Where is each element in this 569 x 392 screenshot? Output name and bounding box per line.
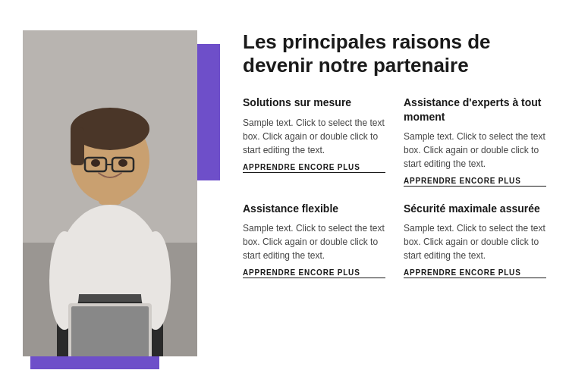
feature-title-securite: Sécurité maximale assurée: [404, 202, 546, 215]
feature-assistance-experts: Assistance d'experts à tout moment Sampl…: [404, 96, 546, 186]
right-section: Les principales raisons de devenir notre…: [243, 23, 546, 369]
feature-text-assistance-experts: Sample text. Click to select the text bo…: [404, 130, 546, 171]
page-wrapper: Les principales raisons de devenir notre…: [0, 0, 569, 392]
left-section: [15, 23, 220, 369]
person-photo: [23, 30, 197, 356]
feature-title-flexible: Assistance flexible: [243, 202, 385, 215]
svg-point-10: [91, 159, 100, 167]
main-title: Les principales raisons de devenir notre…: [243, 30, 546, 77]
feature-solutions: Solutions sur mesure Sample text. Click …: [243, 96, 385, 186]
learn-more-solutions[interactable]: APPRENDRE ENCORE PLUS: [243, 163, 385, 173]
feature-text-solutions: Sample text. Click to select the text bo…: [243, 116, 385, 157]
feature-text-flexible: Sample text. Click to select the text bo…: [243, 221, 385, 262]
feature-title-solutions: Solutions sur mesure: [243, 96, 385, 109]
svg-point-11: [118, 159, 127, 167]
features-grid: Solutions sur mesure Sample text. Click …: [243, 96, 546, 278]
learn-more-flexible[interactable]: APPRENDRE ENCORE PLUS: [243, 268, 385, 278]
svg-rect-17: [71, 306, 149, 356]
feature-flexible: Assistance flexible Sample text. Click t…: [243, 202, 385, 278]
feature-text-securite: Sample text. Click to select the text bo…: [404, 221, 546, 262]
person-svg: [23, 30, 197, 356]
learn-more-assistance-experts[interactable]: APPRENDRE ENCORE PLUS: [404, 177, 546, 187]
feature-title-assistance-experts: Assistance d'experts à tout moment: [404, 96, 546, 123]
learn-more-securite[interactable]: APPRENDRE ENCORE PLUS: [404, 268, 546, 278]
svg-rect-6: [71, 127, 84, 165]
feature-securite: Sécurité maximale assurée Sample text. C…: [404, 202, 546, 278]
